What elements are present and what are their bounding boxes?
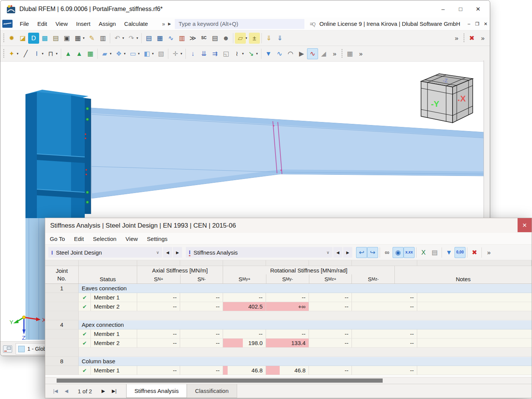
horizontal-scrollbar[interactable] [45,377,532,384]
insert-object-icon[interactable]: ⇓ [263,33,274,44]
dropdown-arrow-icon[interactable]: ▾ [152,52,155,55]
menu-insert[interactable]: Insert [72,21,95,27]
dropdown-arrow-icon[interactable]: ▾ [17,52,20,55]
menu-view[interactable]: View [51,21,72,27]
value-cell-smy-plus[interactable]: 198.0 [223,339,266,348]
console-panel-icon[interactable]: ≫ [187,33,198,44]
joint-group-title[interactable]: Eaves connection [79,284,532,293]
new-solid-icon[interactable]: ❖▾ [113,48,127,59]
value-cell-smz-minus[interactable]: -- [352,293,417,302]
value-cell-smy-plus[interactable]: -- [223,293,266,302]
maximize-button[interactable]: □ [452,2,469,16]
value-cell-sn-plus[interactable]: -- [137,302,180,311]
status-check-icon[interactable]: ✔ [79,329,91,339]
dialog-menu-selection[interactable]: Selection [89,236,121,242]
model-column[interactable] [25,90,91,218]
header-col-smy-minus[interactable]: SMy- [266,274,309,283]
notes-cell[interactable] [417,302,532,311]
member-row[interactable]: ✔Member 1----46.846.8---- [45,366,532,375]
column-grip[interactable] [180,260,223,266]
header-joint-no[interactable]: Joint No. [45,266,79,283]
result-diagram-window-icon[interactable]: ∿ [274,48,285,59]
scrollbar-thumb[interactable] [57,378,383,383]
header-rotational-group[interactable]: Rotational Stiffness [MNm/rad] SMy+SMy-S… [223,266,395,283]
view-mode-icon[interactable]: ∞ [382,247,393,258]
shortcut-panel-icon[interactable]: SC [198,33,209,44]
joint-group-row[interactable]: 1Eaves connection [45,284,532,293]
new-member-icon[interactable]: I▾ [31,48,45,59]
column-grip[interactable] [352,260,417,266]
notes-cell[interactable] [417,339,532,348]
joint-number-cell[interactable]: 4 [45,320,79,329]
block-library-icon[interactable]: ▧ [155,48,166,59]
model-rafter[interactable] [91,108,484,198]
results-filter-icon[interactable]: ▼ [263,48,274,59]
doc-restore-button[interactable]: ❐ [473,20,481,28]
diagram-panel-icon[interactable]: ∿ [165,33,176,44]
member-label-cell[interactable]: Member 1 [91,366,137,375]
value-cell-smz-plus[interactable]: -- [309,339,352,348]
redo-icon[interactable]: ↷▾ [126,33,140,44]
close-button[interactable]: ✕ [469,2,487,16]
notes-cell[interactable] [417,329,532,339]
export-excel-icon[interactable]: X [418,247,429,258]
dropdown-arrow-icon[interactable]: ▾ [124,52,127,55]
new-imposed-displacement-icon[interactable]: ↘▾ [245,48,260,59]
module-next-button[interactable]: ▶ [173,247,182,258]
dropdown-arrow-icon[interactable]: ▾ [245,36,249,40]
dropdown-arrow-icon[interactable]: ▾ [56,52,59,55]
value-cell-smz-plus[interactable]: -- [309,329,352,339]
new-member-load-icon[interactable]: ⇊ [198,48,209,59]
delete-results-icon[interactable]: ✖ [469,247,480,258]
keyword-search-input[interactable] [175,19,304,29]
minimize-button[interactable]: – [434,2,452,16]
new-solid-load-icon[interactable]: ◱ [220,48,231,59]
new-surface-icon[interactable]: ▰▾ [99,48,113,59]
value-cell-smy-minus[interactable]: 133.4 [266,339,309,348]
value-cell-sn-plus[interactable]: -- [137,366,180,375]
menu-assign[interactable]: Assign [95,21,120,27]
dropdown-arrow-icon[interactable]: ▾ [110,52,113,55]
member-label-cell[interactable]: Member 1 [91,329,137,339]
first-page-button[interactable]: |◀ [50,388,61,394]
new-opening-icon[interactable]: ▭▾ [127,48,141,59]
new-polyline-icon[interactable]: ⊓▾ [45,48,59,59]
toolbar-drag-handle[interactable] [463,33,465,43]
dropdown-arrow-icon[interactable]: ▾ [42,52,45,55]
tab-classification[interactable]: Classification [187,384,237,398]
notes-cell[interactable] [417,293,532,302]
properties-panel-icon[interactable]: ▤ [209,33,220,44]
support-center-icon[interactable]: ☻ [220,33,231,44]
colored-tables-panel-icon[interactable]: ▥ [176,33,187,44]
joint-number-cell[interactable] [45,329,79,339]
new-node-icon[interactable]: ✦▾ [6,48,20,59]
joint-number-cell[interactable] [45,293,79,302]
new-imperfection-icon[interactable]: ≀▾ [231,48,245,59]
toolbar1-overflow2-icon[interactable]: » [477,33,488,44]
show-results-icon[interactable]: ∿ [307,48,318,59]
dialog-menu-view[interactable]: View [121,236,142,242]
dropdown-arrow-icon[interactable]: ▾ [242,52,245,55]
value-cell-sn-minus[interactable]: -- [180,329,223,339]
result-next-button[interactable]: ▶ [343,247,352,258]
save-icon[interactable]: ▣ [61,33,72,44]
joint-group-row[interactable]: 4Apex connection [45,320,532,329]
module-prev-button[interactable]: ◀ [163,247,172,258]
cancel-zoom-icon[interactable]: ✖ [466,33,477,44]
navigator-panel-icon[interactable]: ▤ [143,33,154,44]
undo-icon[interactable]: ↶▾ [112,33,126,44]
new-printout-report-icon[interactable]: ✎ [86,33,97,44]
header-status[interactable]: Status [79,266,137,283]
dialog-title-bar[interactable]: Stiffness Analysis | Steel Joint Design … [45,218,532,233]
dialog-menu-go-to[interactable]: Go To [45,236,70,242]
member-label-cell[interactable]: Member 2 [91,302,137,311]
value-cell-sn-minus[interactable]: -- [180,302,223,311]
dropdown-arrow-icon[interactable]: ▾ [138,52,141,55]
value-cell-smz-minus[interactable]: -- [352,302,417,311]
header-axial-group[interactable]: Axial Stiffness [MN/m] SN+SN- [137,266,223,283]
new-rigid-link-icon[interactable]: ✛▾ [170,48,184,59]
column-grip[interactable] [79,260,137,266]
toolbar2-overflow2-icon[interactable]: » [355,48,366,59]
member-row[interactable]: ✔Member 2----198.0133.4---- [45,339,532,348]
joint-group-title[interactable]: Apex connection [79,320,532,329]
